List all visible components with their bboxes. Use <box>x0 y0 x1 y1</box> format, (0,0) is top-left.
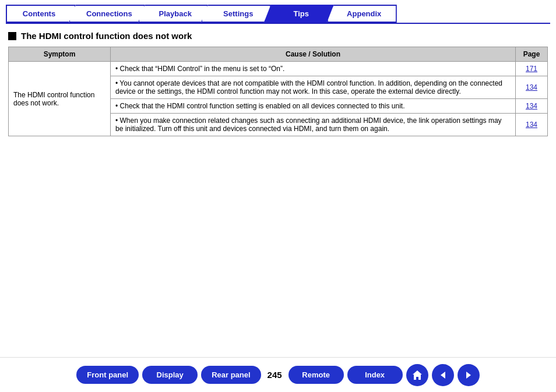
page-number: 245 <box>265 370 285 380</box>
back-button[interactable] <box>432 364 454 386</box>
content-area: The HDMI control function does not work … <box>0 24 556 143</box>
tab-playback[interactable]: Playback <box>138 5 208 23</box>
solution-cell: • You cannot operate devices that are no… <box>111 76 516 99</box>
col-header-symptom: Symptom <box>9 47 111 62</box>
home-icon <box>411 369 423 381</box>
solution-cell: • Check that the HDMI control function s… <box>111 99 516 114</box>
home-button[interactable] <box>406 364 428 386</box>
tab-settings[interactable]: Settings <box>201 5 271 23</box>
page-cell[interactable]: 134 <box>516 99 548 114</box>
tab-connections[interactable]: Connections <box>69 5 145 23</box>
forward-arrow-icon <box>463 369 474 381</box>
page-link[interactable]: 134 <box>526 121 537 129</box>
col-header-cause: Cause / Solution <box>111 47 516 62</box>
index-button[interactable]: Index <box>347 366 403 384</box>
page-link[interactable]: 171 <box>526 65 537 73</box>
section-title-icon <box>8 32 16 40</box>
solution-cell: • Check that “HDMI Control” in the menu … <box>111 62 516 76</box>
remote-button[interactable]: Remote <box>288 366 344 384</box>
back-arrow-icon <box>437 369 449 381</box>
nav-tabs: Contents Connections Playback Settings T… <box>0 0 556 23</box>
bottom-navigation: Front panel Display Rear panel 245 Remot… <box>0 357 556 392</box>
front-panel-button[interactable]: Front panel <box>76 366 139 384</box>
tab-contents[interactable]: Contents <box>6 5 76 23</box>
page-cell[interactable]: 134 <box>516 76 548 99</box>
tab-appendix[interactable]: Appendix <box>327 5 397 23</box>
page-link[interactable]: 134 <box>526 102 537 110</box>
page-cell[interactable]: 171 <box>516 62 548 76</box>
page-cell[interactable]: 134 <box>516 114 548 136</box>
forward-button[interactable] <box>458 364 480 386</box>
rear-panel-button[interactable]: Rear panel <box>201 366 261 384</box>
tab-tips[interactable]: Tips <box>264 5 334 23</box>
symptom-cell: The HDMI control function does not work. <box>9 62 111 136</box>
section-title: The HDMI control function does not work <box>8 31 548 41</box>
page-link[interactable]: 134 <box>526 83 537 91</box>
col-header-page: Page <box>516 47 548 62</box>
hdmi-control-table: Symptom Cause / Solution Page The HDMI c… <box>8 47 548 136</box>
solution-cell: • When you make connection related chang… <box>111 114 516 136</box>
display-button[interactable]: Display <box>142 366 198 384</box>
